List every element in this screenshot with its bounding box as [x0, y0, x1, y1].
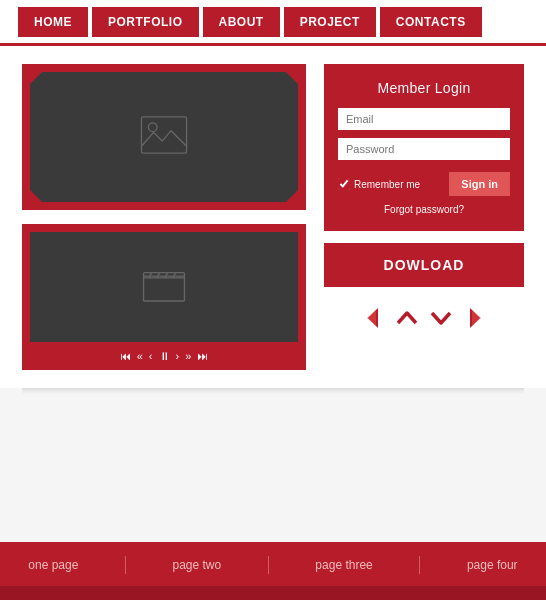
- ctrl-forward[interactable]: ›: [176, 350, 180, 362]
- footer-item-one-page[interactable]: one page: [18, 558, 88, 572]
- footer-divider-1: [125, 556, 126, 574]
- ctrl-rewind[interactable]: ‹: [149, 350, 153, 362]
- main-shadow: [22, 388, 524, 394]
- svg-rect-0: [141, 117, 186, 153]
- right-column: Member Login Remember me Sign in Forgot …: [324, 64, 524, 370]
- video-display: [30, 232, 298, 342]
- footer-nav: one page page two page three page four: [0, 542, 546, 586]
- login-row: Remember me Sign in: [338, 172, 510, 196]
- video-widget: ⏮ « ‹ ⏸ › » ⏭: [22, 224, 306, 370]
- nav-portfolio[interactable]: PORTFOLIO: [92, 7, 199, 37]
- svg-line-5: [157, 273, 160, 278]
- svg-marker-9: [367, 310, 376, 326]
- svg-line-4: [149, 273, 152, 278]
- login-title: Member Login: [338, 80, 510, 96]
- footer-bottom: [0, 586, 546, 600]
- arrow-up-btn[interactable]: [394, 305, 420, 331]
- password-field[interactable]: [338, 138, 510, 160]
- signin-button[interactable]: Sign in: [449, 172, 510, 196]
- svg-line-7: [173, 273, 176, 278]
- arrow-right-btn[interactable]: [462, 305, 488, 331]
- arrow-down-btn[interactable]: [428, 305, 454, 331]
- image-widget: [22, 64, 306, 210]
- nav-contacts[interactable]: CONTACTS: [380, 7, 482, 37]
- svg-rect-2: [144, 276, 185, 301]
- remember-checkbox[interactable]: [338, 178, 350, 190]
- main-content: ⏮ « ‹ ⏸ › » ⏭: [0, 46, 546, 388]
- footer-divider-3: [419, 556, 420, 574]
- forgot-password-link[interactable]: Forgot password?: [338, 204, 510, 215]
- nav-about[interactable]: ABOUT: [203, 7, 280, 37]
- footer-item-page-two[interactable]: page two: [163, 558, 232, 572]
- ctrl-pause[interactable]: ⏸: [159, 350, 170, 362]
- nav-project[interactable]: PROJECT: [284, 7, 376, 37]
- svg-point-1: [148, 123, 157, 132]
- left-column: ⏮ « ‹ ⏸ › » ⏭: [22, 64, 306, 370]
- svg-line-6: [165, 273, 168, 278]
- nav-home[interactable]: HOME: [18, 7, 88, 37]
- remember-me-label: Remember me: [338, 178, 420, 190]
- arrow-left-btn[interactable]: [360, 305, 386, 331]
- svg-marker-11: [472, 310, 481, 326]
- ctrl-skip-forward[interactable]: ⏭: [197, 350, 208, 362]
- image-display: [30, 72, 298, 202]
- footer-divider-2: [268, 556, 269, 574]
- footer-item-page-four[interactable]: page four: [457, 558, 528, 572]
- ctrl-skip-back[interactable]: ⏮: [120, 350, 131, 362]
- login-panel: Member Login Remember me Sign in Forgot …: [324, 64, 524, 231]
- navbar: HOME PORTFOLIO ABOUT PROJECT CONTACTS: [0, 0, 546, 46]
- email-field[interactable]: [338, 108, 510, 130]
- clapper-icon: [140, 261, 188, 313]
- download-button[interactable]: DOWLOAD: [324, 243, 524, 287]
- ctrl-forward2[interactable]: »: [185, 350, 191, 362]
- footer: one page page two page three page four: [0, 542, 546, 600]
- image-icon: [138, 109, 190, 165]
- ctrl-rewind2[interactable]: «: [137, 350, 143, 362]
- footer-item-page-three[interactable]: page three: [305, 558, 382, 572]
- nav-arrows: [324, 299, 524, 337]
- video-controls: ⏮ « ‹ ⏸ › » ⏭: [30, 342, 298, 370]
